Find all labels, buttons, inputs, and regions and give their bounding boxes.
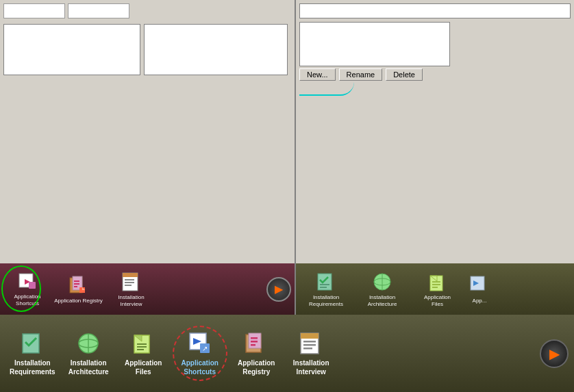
nav-label-registry: Application Registry: [54, 298, 103, 304]
tb-shortcuts-icon: ↗: [187, 330, 213, 356]
nav-item-app-files[interactable]: ApplicationFiles: [412, 270, 463, 309]
right-button-row: New... Rename Delete: [299, 68, 423, 81]
svg-rect-34: [137, 343, 147, 345]
svg-rect-43: [251, 337, 258, 339]
nav-label-sh-partial: App...: [473, 298, 487, 304]
svg-rect-6: [74, 283, 79, 285]
tb-item-install-req[interactable]: InstallationRequirements: [5, 327, 60, 380]
delete-button-right[interactable]: Delete: [386, 68, 423, 81]
svg-rect-50: [303, 348, 312, 350]
svg-rect-36: [137, 349, 144, 350]
nav-item-install-req[interactable]: InstallationRequirements: [299, 270, 353, 309]
nav-label-req: InstallationRequirements: [309, 294, 343, 307]
rename-button-right[interactable]: Rename: [339, 68, 383, 81]
svg-text:↗: ↗: [202, 345, 208, 352]
new-button-right[interactable]: New...: [299, 68, 336, 81]
tb-item-app-files[interactable]: ApplicationFiles: [118, 327, 169, 380]
tb-item-app-registry[interactable]: ApplicationRegistry: [231, 327, 282, 380]
svg-rect-45: [251, 344, 255, 346]
taskbar-items-container: InstallationRequirements InstallationArc…: [5, 326, 536, 381]
tb-req-icon: [19, 330, 45, 356]
tb-arrow-button[interactable]: ▶: [540, 339, 569, 368]
svg-rect-48: [303, 341, 316, 343]
svg-rect-13: [125, 282, 134, 283]
cyan-curve-right: [299, 82, 354, 96]
tb-interview-label: InstallationInterview: [293, 358, 329, 376]
left-nav-bar: ApplicationShortcuts: [0, 263, 295, 315]
bottom-taskbar: InstallationRequirements InstallationArc…: [0, 315, 574, 392]
svg-rect-44: [251, 341, 258, 343]
nav-arrow-left[interactable]: ▶: [266, 277, 291, 302]
right-nav-bar: InstallationRequirements InstallationArc…: [296, 263, 574, 315]
shortcut-icon: [17, 272, 38, 292]
svg-rect-11: [123, 273, 138, 277]
left-list-box[interactable]: [3, 24, 140, 75]
tb-arch-icon: [75, 330, 101, 356]
tb-shortcuts-label: ApplicationShortcuts: [181, 358, 218, 376]
svg-rect-17: [320, 287, 327, 288]
svg-rect-49: [303, 344, 316, 346]
svg-rect-12: [125, 279, 134, 280]
left-panel: New... Rename Delete: [0, 0, 295, 315]
svg-rect-16: [320, 284, 329, 285]
tb-arrow-icon: ▶: [549, 347, 560, 361]
right-panel: New... Rename Delete: [296, 0, 574, 315]
nav-item-app-sh-partial[interactable]: App...: [466, 273, 493, 306]
shortcut-icon-partial: [469, 274, 490, 296]
nav-item-install-interview[interactable]: Installation Interview: [105, 270, 157, 309]
white-panel-1: [3, 3, 65, 18]
tb-files-icon: [130, 330, 156, 356]
nav-item-install-arch[interactable]: InstallationArchitecture: [355, 270, 409, 309]
tb-arch-label: InstallationArchitecture: [68, 358, 109, 376]
tb-item-install-arch[interactable]: InstallationArchitecture: [63, 327, 114, 380]
nav-item-app-shortcuts[interactable]: ApplicationShortcuts: [3, 270, 51, 308]
white-panel-2: [68, 3, 129, 18]
nav-item-app-registry[interactable]: Application Registry: [53, 273, 104, 306]
nav-label-arch: InstallationArchitecture: [368, 294, 397, 307]
tb-registry-label: ApplicationRegistry: [238, 358, 275, 376]
tb-files-label: ApplicationFiles: [125, 358, 162, 376]
files-icon: [427, 271, 449, 293]
svg-rect-2: [29, 282, 36, 289]
interview-icon: [121, 271, 142, 293]
tb-item-app-shortcuts-active[interactable]: ↗ ApplicationShortcuts: [173, 326, 227, 381]
left-list-box-2[interactable]: [144, 24, 288, 75]
requirements-icon: [315, 271, 337, 293]
registry-icon: [68, 274, 90, 296]
svg-rect-24: [432, 284, 440, 285]
right-top-input: [299, 3, 571, 18]
nav-label-interview: Installation Interview: [107, 294, 155, 307]
right-list-box[interactable]: [299, 22, 450, 66]
nav-label-shortcuts: ApplicationShortcuts: [14, 293, 40, 306]
svg-rect-21: [430, 276, 442, 291]
tb-interview-icon: [298, 330, 324, 356]
tb-item-install-interview[interactable]: InstallationInterview: [286, 327, 337, 380]
svg-rect-35: [137, 346, 147, 348]
top-white-panels: [3, 3, 129, 18]
svg-rect-47: [301, 333, 319, 339]
svg-rect-7: [74, 286, 77, 287]
tb-req-label: InstallationRequirements: [10, 358, 55, 376]
top-area: New... Rename Delete: [0, 0, 574, 315]
architecture-icon: [371, 271, 393, 293]
tb-registry-icon: [243, 330, 269, 356]
nav-label-files: ApplicationFiles: [424, 294, 451, 307]
svg-rect-5: [74, 280, 79, 282]
svg-rect-23: [432, 281, 440, 283]
svg-rect-25: [432, 287, 438, 288]
svg-rect-14: [125, 285, 132, 286]
